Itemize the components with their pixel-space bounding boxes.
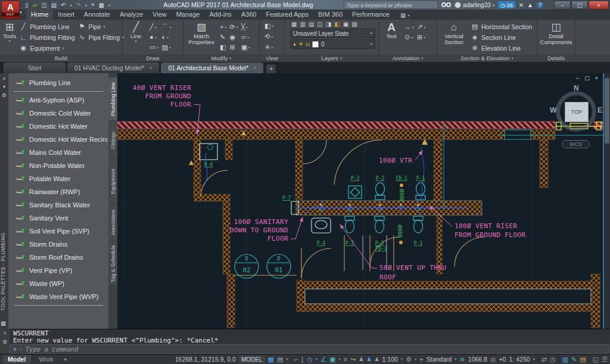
panel-label-layers[interactable]: Layers▾: [285, 54, 378, 62]
osnap-angle-icon[interactable]: ∠: [320, 355, 326, 364]
hatch-button[interactable]: ▨▾: [161, 43, 171, 51]
view-cube[interactable]: N W E TOP: [551, 86, 601, 136]
hvac-tab-close-icon[interactable]: ×: [149, 65, 152, 71]
xline-button[interactable]: ╱▾: [150, 23, 158, 31]
layer-state-dropdown[interactable]: Unsaved Layer State ▾: [290, 29, 375, 38]
file-tab-hvac[interactable]: 01 HVAC Ducting Model* ×: [67, 63, 159, 73]
annotation-sanitary[interactable]: 100Ø SANITARY DOWN TO GROUND FLOOR: [230, 217, 303, 242]
drawing-area[interactable]: P-3 P-2 FD-1 P-1 P-4 P-5 P-3 FD-1 P-1 P-…: [117, 73, 604, 329]
gear-caret-icon[interactable]: ▾: [415, 357, 416, 362]
signin-user[interactable]: adarling33 ▾: [455, 2, 494, 8]
palette-tab-tag-schedule[interactable]: Tag & Schedule: [108, 242, 117, 285]
ortho-toggle-icon[interactable]: ⌐: [295, 355, 298, 364]
panel-label-modify[interactable]: Modify▾: [183, 54, 259, 62]
autodesk-360-icon[interactable]: ▲: [527, 2, 533, 8]
workspace-gear-icon[interactable]: ⚙: [406, 355, 412, 364]
isolate-objects-icon[interactable]: ◎: [490, 355, 496, 364]
layout-tab-model[interactable]: Model: [2, 355, 31, 363]
command-prompt-icon[interactable]: >: [13, 346, 17, 353]
snap-toggle-icon[interactable]: ▤: [277, 355, 283, 364]
view-cube-east[interactable]: E: [597, 106, 602, 114]
viewport-minimize-icon[interactable]: –: [576, 75, 579, 81]
vertical-section-button[interactable]: ⌂ Vertical Section: [440, 21, 468, 45]
palette-item-storm-roof-drains[interactable]: Storm Roof Drains: [8, 251, 108, 264]
horizontal-section-button[interactable]: ▤ Horizontal Section: [471, 22, 532, 31]
match-properties-button[interactable]: ▨ Match Properties: [186, 21, 216, 45]
palette-autohide-icon[interactable]: ▾: [0, 84, 8, 89]
dynamic-input-icon[interactable]: ▣: [329, 355, 335, 364]
scale-caret-icon[interactable]: ▾: [401, 357, 403, 362]
tab-performance[interactable]: Performance: [347, 10, 394, 20]
palette-item-waste[interactable]: Waste (WP): [8, 277, 108, 290]
layer-tool-3[interactable]: ▤: [309, 21, 314, 27]
open-file-icon[interactable]: ▱: [33, 2, 38, 8]
switch-windows-icon[interactable]: ⇄: [541, 355, 547, 364]
panel-label-annotation[interactable]: Annotation▾: [379, 54, 437, 62]
selection-cycling-icon[interactable]: ↪: [350, 355, 356, 364]
wcs-badge[interactable]: WCS: [562, 140, 590, 148]
arc-button[interactable]: ⌒▾: [161, 23, 171, 31]
palette-item-soil-vent-pipe[interactable]: Soil Vent Pipe (SVP): [8, 225, 108, 238]
layer-tool-5[interactable]: ◨: [326, 21, 331, 27]
plumbing-fitting-button[interactable]: ∟ Plumbing Fitting: [19, 33, 74, 42]
annotation-visibility-icon[interactable]: ♟: [359, 355, 363, 364]
trim-button[interactable]: ╳▾: [241, 23, 250, 31]
palette-item-sanitary-vent[interactable]: Sanitary Vent: [8, 211, 108, 225]
tab-annotate[interactable]: Annotate: [79, 10, 115, 20]
view-cube-north[interactable]: N: [574, 84, 579, 92]
vp-scale-caret-icon[interactable]: ▾: [533, 357, 535, 362]
file-tab-architectural[interactable]: 01 Architectural Base Model* ×: [161, 63, 263, 73]
dyn-caret-icon[interactable]: ▾: [338, 357, 340, 362]
panel-label-draw[interactable]: Draw: [123, 54, 183, 62]
tab-manage[interactable]: Manage: [172, 10, 205, 20]
layer-tool-4[interactable]: ◫: [317, 21, 322, 27]
ribbon-display-toggle[interactable]: ▦ ▾: [400, 12, 409, 20]
section-line-button[interactable]: ◈ Section Line: [471, 33, 532, 42]
palette-tab-plumbing-line[interactable]: Plumbing Line: [108, 77, 117, 120]
search-icon[interactable]: [441, 2, 451, 8]
annotation-scale-value[interactable]: 1:100: [382, 356, 398, 363]
palette-item-mains-cold-water[interactable]: Mains Cold Water: [8, 146, 108, 159]
save-icon[interactable]: ◫: [41, 2, 46, 8]
user-caret-icon[interactable]: ▾: [493, 3, 494, 7]
tools-button[interactable]: ⊞ Tools ▾: [3, 21, 16, 43]
stretch-button[interactable]: ▱▾: [241, 33, 250, 41]
redo-caret-icon[interactable]: ▾: [85, 3, 87, 7]
close-button[interactable]: ×: [589, 1, 609, 10]
view-tool-1[interactable]: ◧▾: [264, 21, 281, 30]
tab-home[interactable]: Home: [26, 10, 53, 20]
model-space-button[interactable]: MODEL: [238, 356, 266, 363]
floor-plan[interactable]: P-3 P-2 FD-1 P-1 P-4 P-5 P-3 FD-1 P-1 P-…: [117, 73, 603, 329]
erase-button[interactable]: ✎: [220, 33, 226, 41]
palette-item-sanitary-black-water[interactable]: Sanitary Black Water: [8, 198, 108, 211]
palette-item-vent-pipe[interactable]: Vent Pipe (VP): [8, 264, 108, 277]
tab-insert[interactable]: Insert: [53, 10, 79, 20]
exchange-apps-icon[interactable]: ✕: [519, 2, 524, 8]
viewport-restore-icon[interactable]: ▢: [584, 75, 590, 81]
redo-icon[interactable]: ↷: [76, 2, 81, 8]
pen-display-icon[interactable]: ✎: [571, 355, 577, 364]
palette-item-storm-drains[interactable]: Storm Drains: [8, 238, 108, 251]
layer-tool-1[interactable]: ▦: [291, 21, 297, 27]
new-layout-button[interactable]: +: [61, 356, 70, 363]
minimize-button[interactable]: –: [554, 1, 571, 10]
file-tab-start[interactable]: Start: [4, 63, 66, 73]
tab-addins[interactable]: Add-ins: [204, 10, 236, 20]
scrollbar-thumb[interactable]: [605, 78, 609, 144]
view-tool-3[interactable]: ✳▾: [264, 43, 281, 51]
palette-item-waste-vent-pipe[interactable]: Waste Vent Pipe (WVP): [8, 290, 108, 303]
palette-item-potable-water[interactable]: Potable Water: [8, 172, 108, 185]
panel-label-view[interactable]: View: [260, 54, 284, 62]
layer-dropdown[interactable]: ● ☀ ⊔ 0 ▾: [290, 39, 375, 49]
print-icon[interactable]: ▤: [51, 2, 57, 8]
callout-d01[interactable]: D 01: [267, 254, 291, 278]
tab-analyze[interactable]: Analyze: [115, 10, 148, 20]
application-menu-button[interactable]: A MEP: [1, 1, 20, 19]
search-input[interactable]: [344, 1, 438, 9]
viewport-close-icon[interactable]: ×: [595, 75, 598, 81]
wall-top-band[interactable]: [117, 122, 603, 139]
table-button[interactable]: ⊞▾: [417, 33, 425, 41]
performance-clock-icon[interactable]: ◷: [550, 355, 556, 364]
viewport-scale-value[interactable]: 1: 4250: [509, 356, 530, 363]
plumbing-line-button[interactable]: ╱ Plumbing Line: [19, 22, 74, 31]
